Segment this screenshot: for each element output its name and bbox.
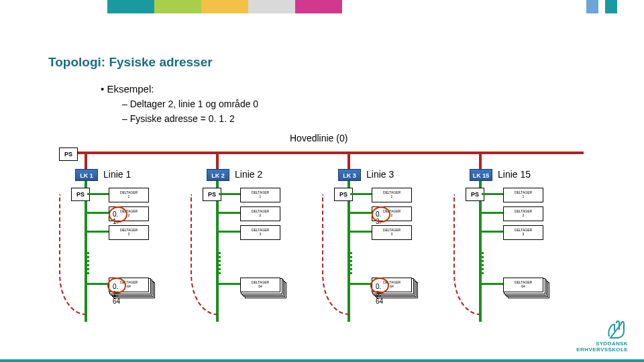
bullet-line-b: Fysiske adresse = 0. 1. 2 xyxy=(130,113,235,124)
bullet-line-a: Deltager 2, linie 1 og område 0 xyxy=(130,99,258,109)
dashed-arc xyxy=(59,194,86,315)
branch-connector xyxy=(87,283,109,285)
continuation-dots xyxy=(87,252,89,275)
branch-connector xyxy=(482,193,503,195)
line-coupler: LK 1 xyxy=(75,169,98,181)
line-label: Linie 15 xyxy=(498,169,531,180)
brand-seg xyxy=(605,0,617,13)
line-coupler: LK 15 xyxy=(470,169,492,181)
line-coupler: LK 3 xyxy=(338,169,361,181)
device-box: DELTAGER3 xyxy=(240,225,280,240)
device-box-stack: DELTAGER64 xyxy=(503,278,543,292)
device-box: DELTAGER2 xyxy=(503,206,543,221)
brand-seg xyxy=(586,0,598,13)
brand-seg xyxy=(201,0,248,13)
drop-connector xyxy=(85,154,87,169)
brand-seg xyxy=(154,0,201,13)
branch-connector xyxy=(87,231,109,233)
continuation-dots xyxy=(219,252,221,275)
school-logo: SYDDANSK ERHVERVSSKOLE xyxy=(576,319,628,353)
page-title: Topologi: Fysiske adresser xyxy=(48,55,213,70)
device-box: DELTAGER3 xyxy=(503,225,543,240)
branch-connector xyxy=(350,212,372,214)
brand-seg xyxy=(295,0,342,13)
branch-connector xyxy=(350,283,372,285)
line-label: Linie 1 xyxy=(103,169,131,180)
line-label: Linie 3 xyxy=(366,169,394,180)
brand-stripe xyxy=(0,0,644,13)
dashed-arc xyxy=(191,194,217,315)
continuation-dots xyxy=(482,252,484,275)
brand-seg xyxy=(107,0,154,13)
dashed-arc xyxy=(453,194,480,315)
device-box: DELTAGER1 xyxy=(372,188,412,202)
branch-connector xyxy=(482,231,503,233)
drop-connector xyxy=(216,154,219,169)
bullet-list: Eksempel: Deltager 2, linie 1 og område … xyxy=(101,79,258,128)
device-box: DELTAGER2 xyxy=(240,206,280,221)
topology-diagram: PS LK 1Linie 1PSDELTAGER1DELTAGER20. 1. … xyxy=(59,145,589,339)
branch-connector xyxy=(219,212,240,214)
line-label: Linie 2 xyxy=(235,169,262,180)
dashed-arc xyxy=(322,194,349,315)
footer-stripe xyxy=(0,359,644,362)
device-box: DELTAGER1 xyxy=(109,188,149,202)
logo-text-top: SYDDANSK xyxy=(576,341,628,347)
branch-connector xyxy=(482,283,503,285)
highlight-circle xyxy=(109,206,127,223)
continuation-dots xyxy=(350,252,352,275)
branch-connector xyxy=(350,231,372,233)
ps-main-supply: PS xyxy=(59,147,78,161)
line-coupler: LK 2 xyxy=(207,169,229,181)
drop-connector xyxy=(479,154,482,169)
branch-connector xyxy=(350,193,372,195)
branch-connector xyxy=(219,231,240,233)
device-box: DELTAGER1 xyxy=(240,188,280,202)
branch-connector xyxy=(87,193,109,195)
main-line-label: Hovedlinie (0) xyxy=(290,133,347,143)
highlight-circle xyxy=(107,278,126,294)
brand-seg xyxy=(248,0,295,13)
branch-connector xyxy=(482,212,503,214)
device-box: DELTAGER3 xyxy=(109,225,149,240)
bullet-eksempel: Eksempel: xyxy=(107,83,154,95)
drop-connector xyxy=(347,154,350,169)
device-box-stack: DELTAGER64 xyxy=(240,278,280,292)
highlight-circle xyxy=(370,278,389,294)
logo-text-bottom: ERHVERVSSKOLE xyxy=(576,347,628,353)
branch-connector xyxy=(219,283,240,285)
device-box: DELTAGER1 xyxy=(503,188,543,202)
hand-icon xyxy=(605,319,628,339)
device-box: DELTAGER3 xyxy=(372,225,412,240)
branch-connector xyxy=(87,212,109,214)
branch-connector xyxy=(219,193,240,195)
highlight-circle xyxy=(372,206,390,223)
